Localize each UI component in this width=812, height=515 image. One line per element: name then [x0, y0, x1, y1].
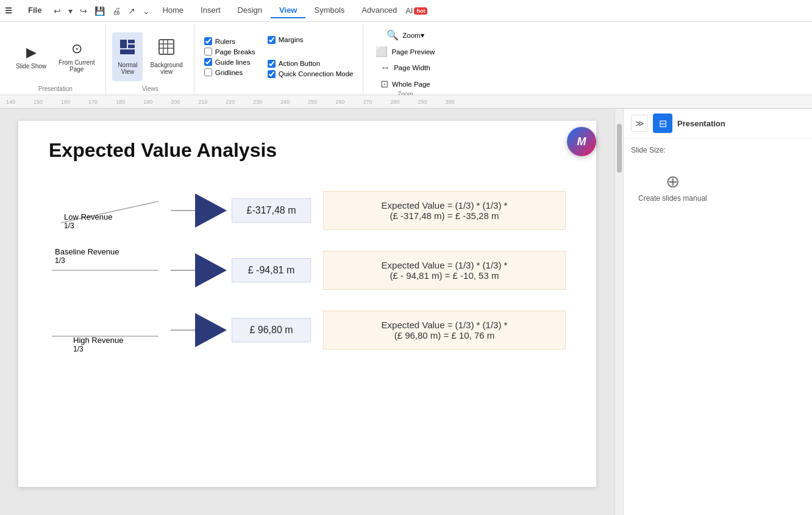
create-slides-label: Create slides manual: [638, 194, 707, 203]
right-panel: ≫ ⊟ Presentation Slide Size: ⊕ Create sl…: [623, 109, 812, 515]
svg-rect-1: [128, 40, 135, 43]
slide-show-button[interactable]: ▶ Slide Show: [11, 32, 51, 81]
views-group-label: Views: [142, 85, 158, 95]
high-revenue-ev: Expected Value = (1/3) * (1/3) * (£ 96,8…: [323, 311, 566, 350]
ruler: // Ruler marks will be generated by JS b…: [0, 95, 812, 109]
baseline-revenue-value: £ -94,81 m: [232, 258, 311, 283]
normal-view-label: Normal View: [118, 62, 137, 75]
quick-connection-checkbox-row[interactable]: Quick Connection Mode: [268, 70, 354, 78]
gridlines-checkbox[interactable]: [204, 68, 212, 76]
rulers-checkbox-row[interactable]: Rulers: [204, 37, 255, 45]
redo-button[interactable]: ↪: [76, 4, 91, 18]
tab-advanced[interactable]: Advanced: [353, 3, 405, 18]
ribbon-group-zoom: 🔍 Zoom▾ ⬜ Page Preview ↔ Page Width ⊡ Wh…: [363, 24, 447, 95]
low-revenue-fraction: 1/3: [64, 221, 113, 230]
low-revenue-arrow: [171, 193, 227, 228]
panel-title: Presentation: [677, 119, 725, 128]
page-title: Expected Value Analysis: [49, 139, 566, 162]
share-button[interactable]: ↗: [124, 4, 139, 18]
margins-checkbox[interactable]: [268, 36, 276, 44]
page-width-button[interactable]: ↔ Page Width: [378, 61, 432, 74]
menu-icon[interactable]: ☰: [5, 6, 12, 15]
rulers-label: Rulers: [215, 38, 235, 45]
page-breaks-label: Page Breaks: [215, 48, 255, 56]
page-breaks-checkbox[interactable]: [204, 48, 212, 56]
svg-rect-3: [120, 49, 135, 54]
canvas-area[interactable]: M Expected Value Analysis Low Revenue: [0, 109, 614, 515]
more-button[interactable]: ⌄: [139, 4, 154, 18]
background-view-button[interactable]: Background view: [145, 32, 187, 81]
tab-file[interactable]: File: [20, 3, 50, 18]
zoom-buttons: 🔍 Zoom▾ ⬜ Page Preview ↔ Page Width ⊡ Wh…: [373, 24, 437, 91]
guide-lines-label: Guide lines: [215, 59, 251, 66]
guide-lines-checkbox[interactable]: [204, 58, 212, 66]
whole-page-button[interactable]: ⊡ Whole Page: [378, 77, 433, 91]
background-view-icon: [158, 38, 175, 59]
print-button[interactable]: 🖨: [109, 4, 124, 18]
hot-badge: hot: [414, 7, 427, 15]
undo-dropdown[interactable]: ▾: [65, 4, 76, 18]
from-current-label: From Current Page: [59, 59, 94, 73]
baseline-revenue-arrow: [171, 253, 227, 287]
svg-rect-4: [159, 40, 174, 54]
ribbon-group-views: Normal View Background view Views: [106, 24, 194, 95]
tab-view[interactable]: View: [271, 3, 305, 18]
baseline-revenue-name: Baseline Revenue: [55, 247, 119, 256]
page-width-label: Page Width: [394, 64, 430, 71]
page-preview-icon: ⬜: [376, 46, 388, 57]
gridlines-checkbox-row[interactable]: Gridlines: [204, 68, 255, 76]
ai-assistant-button[interactable]: M: [567, 127, 596, 156]
svg-rect-2: [128, 45, 135, 48]
page-width-icon: ↔: [380, 62, 390, 73]
rulers-checkbox[interactable]: [204, 37, 212, 45]
panel-slide-icon[interactable]: ⊟: [653, 113, 672, 133]
tab-symbols[interactable]: Symbols: [305, 3, 353, 18]
action-button-checkbox[interactable]: [268, 60, 276, 68]
quick-connection-checkbox[interactable]: [268, 70, 276, 78]
create-slides-icon: ⊕: [666, 171, 680, 192]
slide-size-label: Slide Size:: [631, 146, 805, 154]
from-current-page-button[interactable]: ⊙ From Current Page: [54, 32, 99, 81]
presentation-buttons: ▶ Slide Show ⊙ From Current Page: [11, 24, 99, 85]
current-page-icon: ⊙: [71, 41, 82, 57]
panel-expand-button[interactable]: ≫: [631, 115, 648, 132]
canvas-page: Expected Value Analysis Low Revenue 1/3: [18, 121, 596, 487]
baseline-revenue-label: Baseline Revenue 1/3: [55, 247, 119, 265]
page-preview-label: Page Preview: [391, 48, 435, 56]
whole-page-label: Whole Page: [392, 81, 430, 88]
display-checkboxes: Rulers Page Breaks Guide lines Gridlines: [204, 24, 354, 85]
undo-button[interactable]: ↩: [50, 4, 65, 18]
baseline-revenue-fraction: 1/3: [55, 256, 119, 265]
page-preview-button[interactable]: ⬜ Page Preview: [373, 45, 437, 59]
action-button-checkbox-row[interactable]: Action Button: [268, 60, 354, 68]
high-revenue-fraction: 1/3: [73, 345, 123, 353]
guide-lines-checkbox-row[interactable]: Guide lines: [204, 58, 255, 66]
zoom-label: Zoom▾: [402, 31, 424, 40]
display-col-2: Margins Action Button Quick Connection M…: [268, 36, 354, 78]
ribbon-group-presentation: ▶ Slide Show ⊙ From Current Page Present…: [5, 24, 106, 95]
save-button[interactable]: 💾: [91, 4, 109, 18]
main-area: M Expected Value Analysis Low Revenue: [0, 109, 812, 515]
tab-ai[interactable]: AI hot: [405, 6, 427, 15]
tab-insert[interactable]: Insert: [192, 3, 229, 18]
high-revenue-arrow: [171, 313, 227, 347]
scrollbar[interactable]: [614, 109, 623, 515]
quick-connection-label: Quick Connection Mode: [279, 70, 354, 77]
background-view-label: Background view: [150, 62, 182, 75]
high-revenue-name: High Revenue: [73, 336, 123, 345]
slide-show-icon: ▶: [26, 45, 37, 60]
panel-header: ≫ ⊟ Presentation: [624, 109, 812, 139]
create-slides-button[interactable]: ⊕ Create slides manual: [631, 164, 714, 210]
page-breaks-checkbox-row[interactable]: Page Breaks: [204, 48, 255, 56]
low-revenue-triangle: [195, 193, 227, 228]
scrollbar-thumb[interactable]: [617, 124, 622, 173]
ribbon: ▶ Slide Show ⊙ From Current Page Present…: [0, 22, 812, 95]
normal-view-button[interactable]: Normal View: [112, 32, 143, 81]
margins-checkbox-row[interactable]: Margins: [268, 36, 354, 44]
tab-design[interactable]: Design: [229, 3, 271, 18]
high-revenue-triangle: [195, 313, 227, 347]
ribbon-group-display: Rulers Page Breaks Guide lines Gridlines: [194, 24, 364, 95]
tab-home[interactable]: Home: [154, 3, 192, 18]
display-col-1: Rulers Page Breaks Guide lines Gridlines: [204, 37, 255, 76]
zoom-button[interactable]: 🔍 Zoom▾: [384, 28, 426, 42]
